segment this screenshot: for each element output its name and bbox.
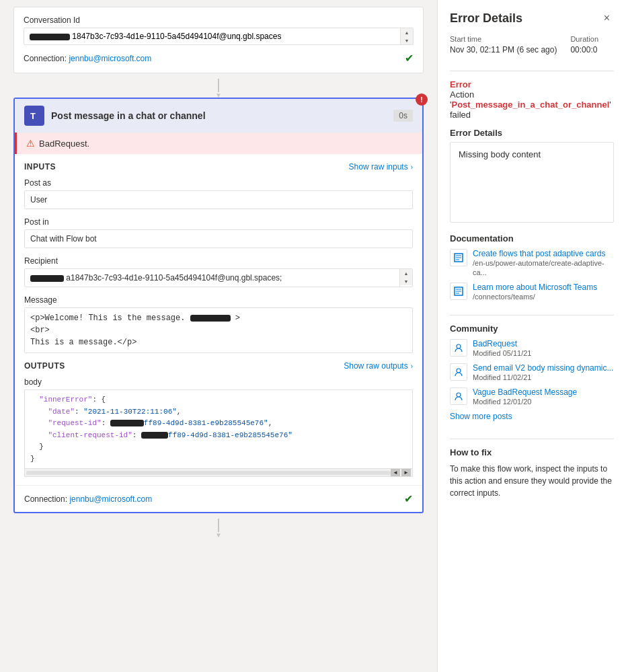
h-scroll-right-btn[interactable]: ► (401, 469, 411, 477)
json-line-5: } (30, 441, 407, 453)
error-message: Error Action 'Post_message_in_a_chat_or_… (450, 79, 614, 120)
h-scroll-btns[interactable]: ◄ ► (391, 469, 411, 477)
field-post-in-value: Chat with Flow bot (24, 229, 413, 248)
doc-url-1: /en-us/power-automate/create-adaptive-ca… (473, 259, 604, 276)
documentation-heading: Documentation (450, 233, 614, 244)
warning-icon: ⚠ (26, 138, 35, 149)
inputs-section-header: INPUTS Show raw inputs › (24, 162, 413, 172)
json-redacted-2 (141, 432, 168, 439)
doc-text-2: Learn more about Microsoft Teams /connec… (473, 283, 597, 301)
doc-text-1: Create flows that post adaptive cards /e… (473, 249, 614, 277)
comm-modified-1: Modified 05/11/21 (473, 349, 531, 357)
connection-email[interactable]: jennbu@microsoft.com (69, 494, 152, 504)
meta-row: Start time Nov 30, 02:11 PM (6 sec ago) … (450, 35, 614, 54)
field-post-in: Post in Chat with Flow bot (24, 217, 413, 248)
how-to-fix-heading: How to fix (450, 447, 614, 457)
footer-check-icon: ✔ (404, 492, 413, 505)
doc-link-1[interactable]: Create flows that post adaptive cards (473, 249, 614, 258)
conversation-id-suffix: 1847b3c-7c93-4d1e-9110-5a45d494104f@unq.… (72, 32, 281, 41)
json-line-2: "date": "2021-11-30T22:11:06", (30, 406, 407, 418)
scroll-down-btn[interactable]: ▼ (401, 36, 413, 44)
field-message-value: <p>Welcome! This is the message. > <br> … (24, 307, 413, 353)
output-body-box: "innerError": { "date": "2021-11-30T22:1… (24, 389, 413, 477)
bad-request-text: BadRequest. (39, 139, 89, 149)
divider-2 (450, 315, 614, 315)
show-more-posts-link[interactable]: Show more posts (450, 412, 614, 421)
teams-icon: T (24, 106, 44, 126)
svg-point-11 (457, 369, 461, 373)
recipient-scrollbar[interactable]: ▲ ▼ (399, 269, 412, 287)
right-panel-header: Error Details × (450, 11, 614, 26)
conversation-id-scrollbtns[interactable]: ▲ ▼ (400, 28, 413, 44)
action-card-footer: Connection: jennbu@microsoft.com ✔ (15, 485, 422, 512)
field-message-label: Message (24, 295, 413, 305)
doc-icon-2 (450, 283, 467, 300)
doc-item-2: Learn more about Microsoft Teams /connec… (450, 283, 614, 301)
comm-text-2: Send email V2 body missing dynamic... Mo… (473, 363, 613, 382)
comm-modified-3: Modified 12/01/20 (473, 398, 531, 406)
community-heading: Community (450, 324, 614, 334)
start-time-item: Start time Nov 30, 02:11 PM (6 sec ago) (450, 35, 557, 54)
recipient-redacted (30, 275, 64, 282)
start-time-label: Start time (450, 35, 557, 43)
comm-link-2[interactable]: Send email V2 body missing dynamic... (473, 363, 613, 373)
show-raw-inputs-link[interactable]: Show raw inputs › (349, 162, 413, 172)
comm-text-3: Vague BadRequest Message Modified 12/01/… (473, 387, 577, 406)
inputs-title: INPUTS (24, 162, 56, 172)
right-panel-title: Error Details (450, 11, 522, 26)
error-badge: ! (416, 94, 428, 106)
field-recipient: Recipient a1847b3c-7c93-4d1e-9110-5a45d4… (24, 256, 413, 287)
arrow-line-2 (218, 519, 219, 532)
connection-label: Connection: jennbu@microsoft.com (24, 494, 152, 504)
svg-point-12 (457, 393, 461, 397)
bad-request-bar: ⚠ BadRequest. (15, 133, 422, 154)
prev-card: Conversation Id 1847b3c-7c93-4d1e-9110-5… (13, 7, 424, 73)
doc-item-1: Create flows that post adaptive cards /e… (450, 249, 614, 277)
duration-item: Duration 00:00:0 (570, 35, 598, 54)
message-redacted (190, 315, 231, 322)
action-card-header: T Post message in a chat or channel 0s (15, 99, 422, 133)
show-raw-outputs-link[interactable]: Show raw outputs › (344, 361, 413, 371)
redacted-bar (30, 34, 70, 40)
divider-3 (450, 439, 614, 439)
duration-value: 00:00:0 (570, 45, 597, 54)
comm-modified-2: Modified 11/02/21 (473, 373, 531, 381)
field-post-as-value: User (24, 190, 413, 209)
left-panel: Conversation Id 1847b3c-7c93-4d1e-9110-5… (0, 0, 437, 672)
community-item-3: Vague BadRequest Message Modified 12/01/… (450, 387, 614, 406)
field-post-as: Post as User (24, 178, 413, 209)
recipient-suffix: a1847b3c-7c93-4d1e-9110-5a45d494104f@unq… (66, 273, 282, 283)
comm-icon-3 (450, 387, 467, 405)
prev-check-icon: ✔ (405, 52, 414, 65)
error-details-box: Missing body content (450, 142, 614, 223)
field-message: Message <p>Welcome! This is the message.… (24, 295, 413, 353)
start-time-value: Nov 30, 02:11 PM (6 sec ago) (450, 45, 557, 54)
h-scroll-left-btn[interactable]: ◄ (391, 469, 400, 477)
comm-link-1[interactable]: BadRequest (473, 339, 531, 348)
action-title: Post message in a chat or channel (51, 110, 387, 121)
outputs-section: OUTPUTS Show raw outputs › body "innerEr… (24, 361, 413, 477)
close-button[interactable]: × (600, 11, 614, 26)
action-name: Post_message_in_a_chat_or_channel (451, 100, 609, 110)
field-recipient-value: a1847b3c-7c93-4d1e-9110-5a45d494104f@unq… (24, 268, 413, 287)
recipient-text: a1847b3c-7c93-4d1e-9110-5a45d494104f@unq… (25, 269, 399, 287)
duration-label: Duration (570, 35, 598, 43)
community-item-2: Send email V2 body missing dynamic... Mo… (450, 363, 614, 382)
conversation-id-label: Conversation Id (24, 15, 414, 25)
recipient-scroll-up[interactable]: ▲ (400, 269, 412, 277)
doc-link-2[interactable]: Learn more about Microsoft Teams (473, 283, 597, 292)
error-details-label: Error Details (450, 128, 614, 138)
field-post-in-label: Post in (24, 217, 413, 227)
output-body-label: body (24, 377, 413, 387)
arrow-connector-2 (13, 513, 424, 537)
error-label: Error (450, 79, 471, 89)
prev-connection-label: Connection: jennbu@microsoft.com (24, 54, 151, 63)
how-to-fix-text: To make this flow work, inspect the inpu… (450, 463, 614, 499)
recipient-scroll-down[interactable]: ▼ (400, 277, 412, 285)
comm-link-3[interactable]: Vague BadRequest Message (473, 387, 577, 397)
h-scroll-track (26, 471, 391, 475)
scroll-up-btn[interactable]: ▲ (401, 28, 413, 36)
action-duration: 0s (393, 110, 413, 122)
output-h-scrollbar[interactable]: ◄ ► (25, 468, 412, 476)
prev-connection-email[interactable]: jennbu@microsoft.com (69, 54, 151, 63)
